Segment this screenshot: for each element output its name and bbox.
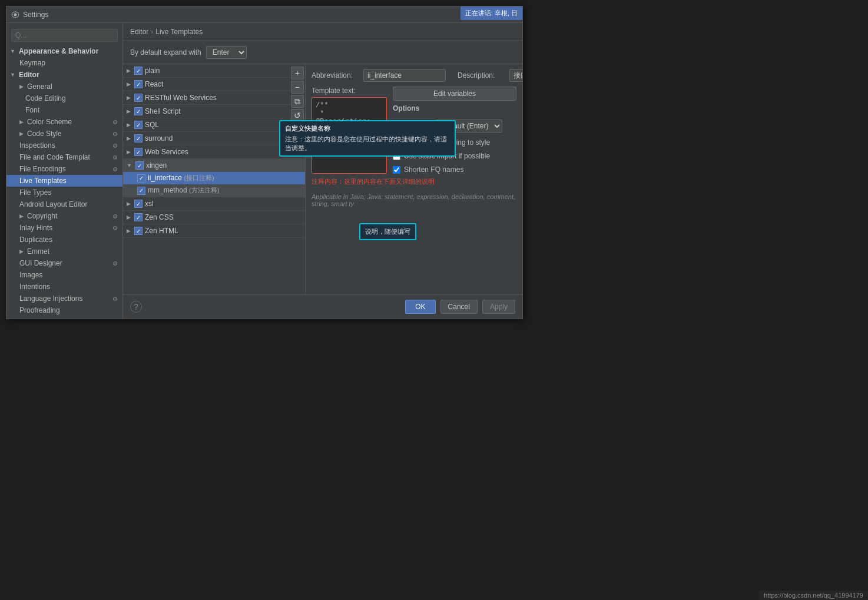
sidebar-item-code-editing[interactable]: Code Editing — [6, 92, 122, 104]
sidebar-item-code-style[interactable]: ▶ Code Style ⚙ — [6, 128, 122, 140]
sidebar-item-language-injections[interactable]: Language Injections ⚙ — [6, 293, 122, 304]
template-item-mm-method[interactable]: ✓ mm_method (方法注释) — [123, 184, 305, 197]
template-text-container: Template text: /** * @Description: * @Au… — [312, 87, 387, 175]
group-zen-html: ▶ ✓ Zen HTML — [123, 224, 305, 238]
use-static-label: Use static import if possible — [404, 152, 490, 160]
group-zen-html-checkbox[interactable]: ✓ — [134, 227, 143, 235]
group-xingen-header[interactable]: ▼ ✓ xingen — [123, 159, 305, 172]
group-xsl-checkbox[interactable]: ✓ — [134, 200, 143, 208]
group-xsl-header[interactable]: ▶ ✓ xsl — [123, 197, 305, 210]
sidebar-item-android-layout[interactable]: Android Layout Editor — [6, 198, 122, 210]
window-body: ▼ Appearance & Behavior Keymap ▼ Editor … — [6, 23, 522, 319]
settings-cog-icon: ⚙ — [112, 131, 118, 137]
help-button[interactable]: ? — [130, 301, 142, 313]
expand-with-select[interactable]: Default (Enter) Tab Enter Space — [436, 120, 502, 132]
expand-arrow-icon: ▶ — [127, 122, 131, 128]
group-surround-checkbox[interactable]: ✓ — [134, 134, 143, 142]
remove-template-button[interactable]: − — [291, 81, 304, 94]
ok-button[interactable]: OK — [405, 300, 435, 314]
breadcrumb-editor: Editor — [130, 28, 148, 36]
group-restful: ▶ ✓ RESTful Web Services — [123, 91, 305, 105]
add-template-button[interactable]: + — [291, 67, 304, 79]
settings-icon — [11, 11, 19, 19]
sidebar-item-intentions[interactable]: Intentions — [6, 281, 122, 293]
sidebar-item-images[interactable]: Images — [6, 269, 122, 281]
group-surround: ▶ ✓ surround — [123, 132, 305, 145]
settings-cog-icon: ⚙ — [112, 225, 118, 231]
sidebar-item-duplicates[interactable]: Duplicates — [6, 234, 122, 246]
sidebar-item-editor[interactable]: ▼ Editor — [6, 69, 122, 81]
expand-arrow-icon: ▶ — [19, 248, 24, 254]
reformat-label: Reformat according to style — [404, 138, 490, 147]
sidebar-item-proofreading[interactable]: Proofreading — [6, 304, 122, 316]
sidebar-item-font[interactable]: Font — [6, 104, 122, 116]
sidebar-item-file-code-template[interactable]: File and Code Templat ⚙ — [6, 151, 122, 163]
sidebar-item-file-types[interactable]: File Types — [6, 187, 122, 198]
shorten-fq-checkbox[interactable] — [393, 166, 400, 174]
sidebar-item-copyright[interactable]: ▶ Copyright ⚙ — [6, 210, 122, 222]
expand-arrow-icon: ▶ — [127, 149, 131, 155]
sidebar-item-gui-designer[interactable]: GUI Designer ⚙ — [6, 257, 122, 269]
copy-template-button[interactable]: ⧉ — [291, 95, 304, 108]
sidebar-item-general[interactable]: ▶ General — [6, 81, 122, 92]
group-restful-header[interactable]: ▶ ✓ RESTful Web Services — [123, 91, 305, 104]
group-plain-checkbox[interactable]: ✓ — [134, 67, 143, 75]
group-surround-header[interactable]: ▶ ✓ surround — [123, 132, 305, 145]
expand-with-row: Expand with Default (Enter) Tab Enter Sp… — [393, 120, 516, 132]
group-zen-css-checkbox[interactable]: ✓ — [134, 213, 143, 221]
sidebar-item-live-templates[interactable]: Live Templates — [6, 175, 122, 187]
group-react-checkbox[interactable]: ✓ — [134, 80, 143, 88]
sidebar-item-appearance-behavior[interactable]: ▼ Appearance & Behavior — [6, 45, 122, 57]
sidebar-item-file-encodings[interactable]: File Encodings ⚙ — [6, 163, 122, 175]
group-shell-checkbox[interactable]: ✓ — [134, 107, 143, 115]
group-shell-header[interactable]: ▶ ✓ Shell Script — [123, 105, 305, 118]
item-ii-checkbox[interactable]: ✓ — [137, 174, 145, 183]
group-sql-header[interactable]: ▶ ✓ SQL — [123, 118, 305, 131]
sidebar-item-inspections[interactable]: Inspections ⚙ — [6, 140, 122, 151]
item-mm-checkbox[interactable]: ✓ — [137, 187, 145, 195]
search-input[interactable] — [11, 29, 118, 42]
edit-variables-button[interactable]: Edit variables — [393, 87, 516, 101]
description-input[interactable] — [509, 69, 522, 82]
group-webservices: ▶ ✓ Web Services — [123, 145, 305, 159]
expand-arrow-icon: ▶ — [19, 119, 24, 125]
main-content: Editor › Live Templates By default expan… — [123, 23, 522, 319]
reformat-checkbox[interactable] — [393, 139, 400, 147]
expand-arrow-icon: ▶ — [19, 131, 24, 137]
chat-bubble: 正在讲话: 辛根, 日 — [460, 6, 522, 20]
list-toolbar: + − ⧉ ↺ — [290, 64, 305, 124]
expand-arrow-icon: ▶ — [127, 228, 131, 234]
settings-cog-icon: ⚙ — [112, 260, 118, 267]
group-xingen-checkbox[interactable]: ✓ — [135, 161, 144, 170]
settings-cog-icon: ⚙ — [112, 166, 118, 173]
breadcrumb-separator: › — [151, 28, 153, 36]
window-title: Settings — [23, 11, 48, 19]
template-text-input[interactable]: /** * @Description: * @Author:辛根 $DATE$ … — [312, 97, 387, 174]
use-static-checkbox[interactable] — [393, 153, 400, 160]
group-zen-css: ▶ ✓ Zen CSS — [123, 211, 305, 224]
group-plain-header[interactable]: ▶ ✓ plain — [123, 64, 305, 77]
restore-template-button[interactable]: ↺ — [291, 109, 304, 122]
template-item-ii-interface[interactable]: ✓ ii_interface (接口注释) — [123, 172, 305, 184]
sidebar-item-keymap[interactable]: Keymap — [6, 57, 122, 69]
sidebar-item-inlay-hints[interactable]: Inlay Hints ⚙ — [6, 222, 122, 234]
use-static-row: Use static import if possible — [393, 152, 516, 160]
status-url: https://blog.csdn.net/qq_41994179 — [764, 592, 863, 599]
group-restful-checkbox[interactable]: ✓ — [134, 94, 143, 102]
sidebar-item-emmet[interactable]: ▶ Emmet — [6, 246, 122, 257]
expand-arrow-icon: ▶ — [19, 84, 24, 89]
group-sql-checkbox[interactable]: ✓ — [134, 121, 143, 129]
cancel-button[interactable]: Cancel — [440, 300, 478, 314]
abbreviation-input[interactable] — [363, 69, 446, 82]
group-sql: ▶ ✓ SQL — [123, 118, 305, 132]
group-react-header[interactable]: ▶ ✓ React — [123, 78, 305, 91]
expand-select[interactable]: Enter Tab Space — [206, 46, 247, 59]
group-webservices-checkbox[interactable]: ✓ — [134, 148, 143, 156]
template-options-row: Template text: /** * @Description: * @Au… — [312, 87, 516, 175]
apply-button[interactable]: Apply — [482, 300, 515, 314]
group-zen-html-header[interactable]: ▶ ✓ Zen HTML — [123, 224, 305, 237]
shorten-fq-label: Shorten FQ names — [404, 165, 463, 174]
group-webservices-header[interactable]: ▶ ✓ Web Services — [123, 145, 305, 158]
sidebar-item-color-scheme[interactable]: ▶ Color Scheme ⚙ — [6, 116, 122, 128]
group-zen-css-header[interactable]: ▶ ✓ Zen CSS — [123, 211, 305, 224]
